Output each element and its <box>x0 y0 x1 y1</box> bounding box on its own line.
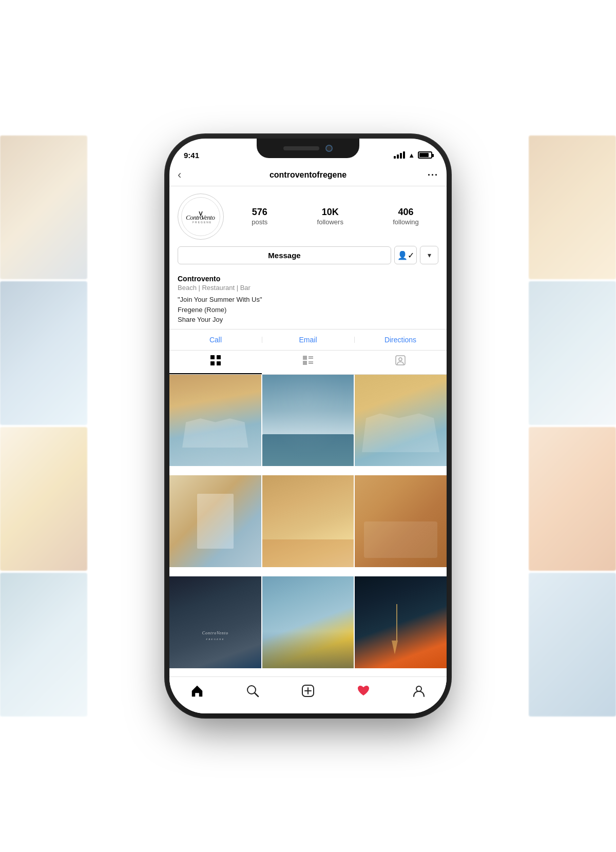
battery-fill <box>419 153 429 157</box>
person-check-icon: 👤✓ <box>397 250 414 260</box>
call-button[interactable]: Call <box>169 336 262 344</box>
email-button[interactable]: Email <box>262 336 354 344</box>
tagged-icon <box>395 355 406 369</box>
svg-rect-3 <box>210 355 215 359</box>
nav-activity[interactable] <box>351 680 376 705</box>
bg-photo <box>529 135 616 279</box>
home-icon <box>190 684 204 701</box>
search-icon <box>246 684 259 701</box>
stat-following: 406 following <box>393 207 419 226</box>
svg-text:FREGENE: FREGENE <box>192 221 212 224</box>
svg-text:Vento: Vento <box>201 214 215 221</box>
nav-add[interactable] <box>296 680 320 705</box>
bg-left-panel <box>0 135 87 717</box>
back-button[interactable]: ‹ <box>178 168 196 182</box>
heart-icon <box>357 684 370 701</box>
phone-device: 9:41 ▲ ‹ controventofrege <box>169 139 447 713</box>
ig-header: ‹ controventofregene ··· <box>169 165 447 186</box>
svg-point-14 <box>399 358 402 361</box>
chevron-down-icon: ▾ <box>428 251 431 259</box>
profile-icon <box>412 684 426 701</box>
battery-icon <box>418 151 432 159</box>
profile-section: Contro Vento FREGENE 576 posts <box>169 186 447 269</box>
message-button[interactable]: Message <box>178 246 391 264</box>
following-label: following <box>393 218 419 226</box>
bg-photo <box>0 135 87 279</box>
list-icon <box>302 355 314 369</box>
tab-list[interactable] <box>262 351 354 374</box>
svg-point-20 <box>416 686 421 691</box>
bg-photo <box>529 427 616 571</box>
svg-rect-5 <box>210 361 215 365</box>
svg-rect-4 <box>217 355 221 359</box>
profile-username: controventofregene <box>270 170 346 180</box>
tab-tagged[interactable] <box>354 351 447 374</box>
nav-home[interactable] <box>185 680 209 705</box>
signal-icon <box>394 151 405 159</box>
grid-cell[interactable] <box>355 375 447 467</box>
more-button[interactable]: ··· <box>420 170 438 181</box>
bg-photo <box>0 573 87 717</box>
bio-text: "Join Your Summer With Us" Fregene (Rome… <box>178 295 438 325</box>
svg-rect-10 <box>303 361 307 365</box>
logo-svg: Contro Vento FREGENE <box>185 208 217 225</box>
stat-posts: 576 posts <box>252 207 267 226</box>
grid-cell[interactable] <box>355 576 447 668</box>
bottom-nav <box>169 676 447 713</box>
profile-top: Contro Vento FREGENE 576 posts <box>178 193 438 240</box>
status-icons: ▲ <box>394 151 432 159</box>
bg-photo <box>0 427 87 571</box>
bg-right-panel <box>529 135 616 717</box>
posts-count: 576 <box>252 207 267 218</box>
dropdown-button[interactable]: ▾ <box>420 246 438 264</box>
avatar: Contro Vento FREGENE <box>178 193 224 240</box>
svg-rect-7 <box>303 356 307 360</box>
add-icon <box>301 684 315 701</box>
following-count: 406 <box>398 207 414 218</box>
notch <box>257 139 359 158</box>
directions-button[interactable]: Directions <box>354 336 447 344</box>
profile-stats: 576 posts 10K followers 406 following <box>232 207 438 226</box>
posts-label: posts <box>252 218 267 226</box>
nav-search[interactable] <box>240 680 265 705</box>
action-buttons: Message 👤✓ ▾ <box>178 246 438 264</box>
status-time: 9:41 <box>184 151 199 160</box>
followers-label: followers <box>317 218 343 226</box>
grid-cell[interactable] <box>262 576 354 668</box>
followers-count: 10K <box>322 207 339 218</box>
profile-display-name: Controvento <box>178 275 438 283</box>
photo-grid: ControVentoFREGENE <box>169 375 447 677</box>
bg-photo <box>529 573 616 717</box>
phone-body: 9:41 ▲ ‹ controventofrege <box>169 139 447 713</box>
grid-cell[interactable]: ControVentoFREGENE <box>169 576 261 668</box>
stat-followers: 10K followers <box>317 207 343 226</box>
svg-rect-6 <box>217 361 221 365</box>
content-tabs <box>169 351 447 375</box>
bio-line3: Share Your Joy <box>178 316 223 323</box>
profile-category: Beach | Restaurant | Bar <box>178 284 438 292</box>
profile-logo: Contro Vento FREGENE <box>181 197 220 236</box>
svg-line-16 <box>255 693 258 696</box>
bio-line2: Fregene (Rome) <box>178 306 226 314</box>
screen: 9:41 ▲ ‹ controventofrege <box>169 139 447 713</box>
bio-section: Controvento Beach | Restaurant | Bar "Jo… <box>169 269 447 329</box>
grid-cell[interactable] <box>169 375 261 467</box>
camera <box>325 145 333 152</box>
cta-bar: Call Email Directions <box>169 329 447 351</box>
nav-profile[interactable] <box>407 680 431 705</box>
bg-photo <box>0 281 87 425</box>
tab-grid[interactable] <box>169 351 262 374</box>
speaker <box>283 146 319 150</box>
grid-cell[interactable] <box>262 475 354 567</box>
wifi-icon: ▲ <box>408 151 415 159</box>
bg-photo <box>529 281 616 425</box>
grid-icon <box>210 355 221 369</box>
follow-button[interactable]: 👤✓ <box>394 246 417 264</box>
grid-cell[interactable] <box>262 375 354 467</box>
grid-cell[interactable] <box>355 475 447 567</box>
grid-cell[interactable] <box>169 475 261 567</box>
bio-line1: "Join Your Summer With Us" <box>178 296 262 303</box>
